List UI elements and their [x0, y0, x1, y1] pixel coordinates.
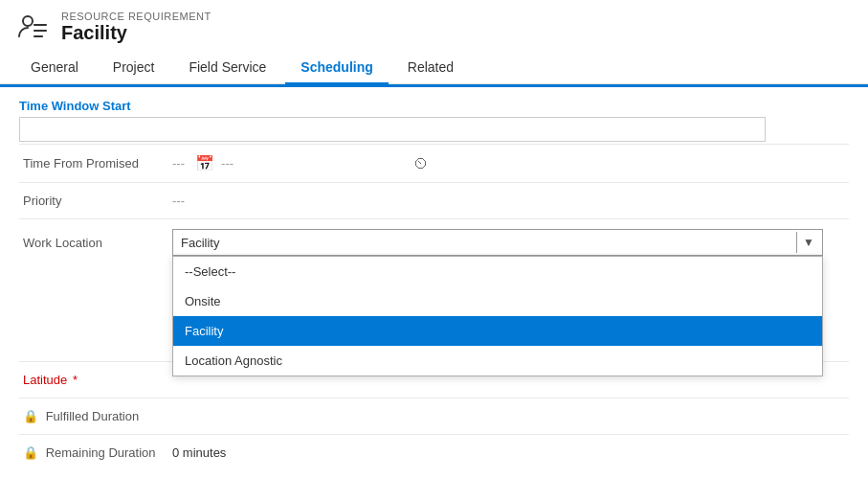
time-from-value2: --- [221, 156, 234, 171]
time-window-start-section: Time Window Start [19, 99, 849, 142]
fulfilled-duration-row: 🔒 Fulfilled Duration [19, 398, 849, 434]
work-location-selected: Facility [181, 236, 219, 250]
tab-related[interactable]: Related [392, 52, 469, 84]
remaining-duration-label: 🔒 Remaining Duration [19, 445, 172, 460]
clock-icon[interactable]: ⏲ [413, 155, 429, 172]
tab-field-service[interactable]: Field Service [173, 52, 281, 84]
header-title: Facility [61, 22, 211, 44]
tab-project[interactable]: Project [98, 52, 170, 84]
work-location-dropdown[interactable]: Facility ▼ [172, 229, 823, 256]
resource-icon [15, 10, 50, 44]
tab-scheduling[interactable]: Scheduling [285, 52, 388, 84]
lock-icon-fulfilled: 🔒 [23, 409, 38, 423]
time-from-value1: --- [172, 156, 185, 171]
tab-general[interactable]: General [15, 52, 94, 84]
calendar-icon[interactable]: 📅 [195, 154, 214, 172]
dropdown-option-select[interactable]: --Select-- [173, 257, 822, 286]
time-from-promised-row: Time From Promised --- 📅 --- ⏲ [19, 144, 849, 182]
lock-icon-remaining: 🔒 [23, 445, 38, 460]
time-from-promised-value: --- 📅 --- ⏲ [172, 154, 849, 172]
priority-value: --- [172, 194, 849, 208]
header-subtitle: RESOURCE REQUIREMENT [61, 11, 211, 22]
nav-tabs: General Project Field Service Scheduling… [0, 52, 868, 84]
work-location-dropdown-container: Facility ▼ --Select-- Onsite Facility Lo… [172, 229, 823, 256]
dropdown-arrow-icon: ▼ [796, 232, 814, 253]
svg-point-0 [23, 16, 33, 26]
work-location-value: Facility ▼ --Select-- Onsite Facility Lo… [172, 229, 849, 256]
work-location-row: Work Location Facility ▼ --Select-- Onsi… [19, 218, 849, 265]
dropdown-option-onsite[interactable]: Onsite [173, 286, 822, 316]
work-location-label: Work Location [19, 236, 172, 250]
work-location-dropdown-menu: --Select-- Onsite Facility Location Agno… [172, 256, 823, 376]
latitude-label: Latitude * [19, 373, 172, 387]
fulfilled-duration-label: 🔒 Fulfilled Duration [19, 409, 172, 423]
remaining-duration-row: 🔒 Remaining Duration 0 minutes [19, 434, 849, 470]
time-window-start-input[interactable] [19, 117, 766, 142]
priority-label: Priority [19, 194, 172, 208]
priority-row: Priority --- [19, 182, 849, 218]
header-text: RESOURCE REQUIREMENT Facility [61, 11, 211, 44]
dropdown-option-facility[interactable]: Facility [173, 316, 822, 346]
time-from-promised-label: Time From Promised [19, 156, 172, 171]
form-section: Time Window Start Time From Promised ---… [0, 87, 868, 470]
time-window-start-label: Time Window Start [19, 99, 849, 113]
remaining-duration-value: 0 minutes [172, 445, 849, 460]
latitude-required-star: * [73, 373, 78, 387]
page-header: RESOURCE REQUIREMENT Facility [0, 0, 868, 52]
dropdown-option-location-agnostic[interactable]: Location Agnostic [173, 346, 822, 376]
